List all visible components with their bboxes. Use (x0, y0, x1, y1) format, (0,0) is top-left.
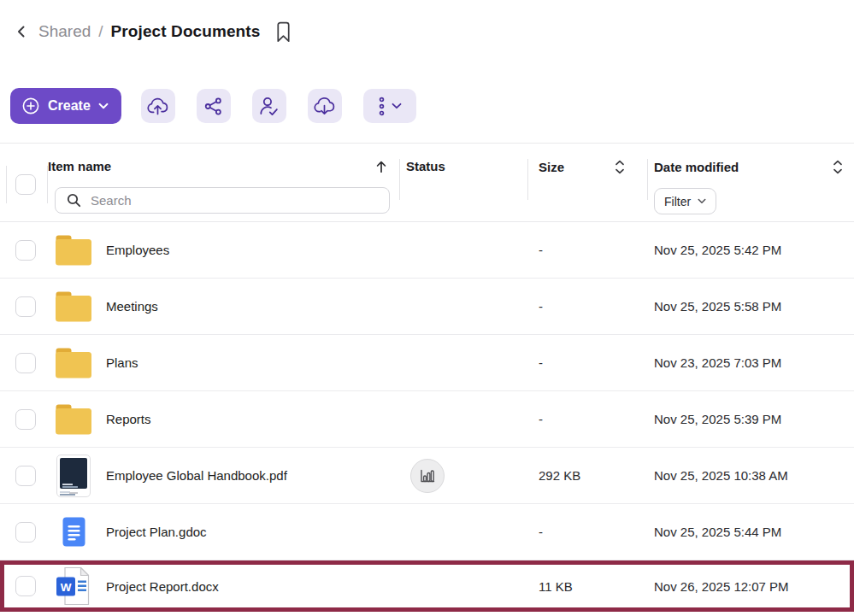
row-checkbox[interactable] (15, 522, 36, 543)
bar-chart-icon (419, 467, 436, 484)
breadcrumb-parent[interactable]: Shared (38, 22, 91, 41)
select-all-checkbox[interactable] (15, 174, 36, 195)
sort-chevrons-icon[interactable] (615, 159, 625, 175)
item-size: - (527, 243, 647, 257)
table-header: Item name Status Size Date modified (0, 143, 854, 222)
chevron-down-icon (98, 103, 109, 109)
item-size: - (527, 299, 647, 314)
item-size: 292 KB (527, 468, 647, 483)
create-button-label: Create (48, 98, 91, 114)
column-header-date-modified[interactable]: Date modified (654, 160, 739, 174)
table-row[interactable]: W Project Report.docx 11 KB Nov 26, 2025… (0, 560, 854, 612)
share-button[interactable] (197, 89, 231, 123)
sort-chevrons-icon[interactable] (833, 159, 843, 175)
item-size: - (527, 525, 647, 539)
header-divider (6, 166, 7, 203)
column-header-status[interactable]: Status (406, 159, 445, 173)
user-check-icon (258, 96, 280, 117)
toolbar: Create (0, 88, 854, 124)
breadcrumb-separator: / (98, 22, 103, 41)
item-date: Nov 25, 2025 5:42 PM (647, 243, 854, 257)
gdoc-icon (55, 517, 92, 547)
plus-circle-icon (21, 97, 40, 115)
svg-text:W: W (61, 581, 72, 594)
folder-icon (55, 291, 92, 322)
header-divider (47, 166, 48, 203)
item-date: Nov 25, 2025 5:44 PM (647, 525, 854, 539)
upload-button[interactable] (141, 89, 175, 123)
item-date: Nov 23, 2025 7:03 PM (647, 355, 854, 370)
item-date: Nov 25, 2025 5:39 PM (647, 412, 854, 426)
table-row[interactable]: Employee Global Handbook.pdf 292 KB Nov … (0, 448, 854, 504)
download-button[interactable] (308, 89, 342, 123)
vertical-dots-icon (378, 97, 386, 116)
chevron-down-icon (392, 103, 402, 109)
search-box (55, 187, 390, 214)
item-name[interactable]: Meetings (106, 299, 158, 314)
item-name[interactable]: Employee Global Handbook.pdf (106, 468, 287, 483)
sort-ascending-icon[interactable] (375, 160, 387, 173)
folder-icon (55, 348, 92, 378)
word-doc-icon: W (55, 566, 92, 606)
header-divider (647, 159, 648, 200)
search-input[interactable] (91, 193, 380, 208)
back-button[interactable] (12, 21, 31, 42)
folder-icon (55, 235, 92, 266)
bookmark-icon (274, 21, 292, 43)
bookmark-button[interactable] (274, 21, 292, 43)
breadcrumb: Shared / Project Documents (0, 0, 854, 44)
item-date: Nov 25, 2025 10:38 AM (647, 468, 854, 483)
filter-button-label: Filter (664, 195, 691, 208)
table-row[interactable]: Plans - Nov 23, 2025 7:03 PM (0, 335, 854, 391)
row-checkbox[interactable] (15, 240, 36, 261)
breadcrumb-current: Project Documents (111, 22, 261, 41)
create-button[interactable]: Create (10, 88, 121, 124)
item-date: Nov 26, 2025 12:07 PM (647, 579, 854, 594)
header-divider (399, 159, 400, 200)
manage-access-button[interactable] (252, 89, 286, 123)
item-name[interactable]: Plans (106, 355, 138, 370)
item-name[interactable]: Project Report.docx (106, 579, 219, 594)
column-header-size[interactable]: Size (539, 160, 564, 174)
item-name[interactable]: Employees (106, 243, 169, 257)
row-checkbox[interactable] (15, 466, 36, 486)
table-row[interactable]: Employees - Nov 25, 2025 5:42 PM (0, 222, 854, 279)
table-row[interactable]: Project Plan.gdoc - Nov 25, 2025 5:44 PM (0, 504, 854, 560)
chevron-left-icon (14, 24, 29, 39)
status-chart-badge[interactable] (410, 459, 445, 493)
file-table: Item name Status Size Date modified (0, 143, 854, 612)
table-row[interactable]: Reports - Nov 25, 2025 5:39 PM (0, 391, 854, 448)
pdf-thumbnail-icon (55, 455, 92, 497)
cloud-upload-icon (146, 96, 169, 117)
table-row[interactable]: Meetings - Nov 25, 2025 5:58 PM (0, 279, 854, 335)
item-size: - (527, 355, 647, 370)
row-checkbox[interactable] (15, 353, 36, 373)
table-body: Employees - Nov 25, 2025 5:42 PM Meeting… (0, 222, 854, 612)
item-size: 11 KB (527, 579, 647, 594)
header-divider (527, 159, 528, 200)
search-icon (67, 193, 81, 208)
item-name[interactable]: Project Plan.gdoc (106, 525, 207, 539)
item-name[interactable]: Reports (106, 412, 151, 426)
column-header-item-name[interactable]: Item name (48, 159, 111, 173)
item-size: - (527, 412, 647, 426)
row-checkbox[interactable] (15, 296, 36, 317)
filter-button[interactable]: Filter (654, 188, 716, 214)
chevron-down-icon (698, 198, 706, 204)
share-nodes-icon (203, 97, 223, 116)
row-checkbox[interactable] (15, 576, 36, 596)
cloud-download-icon (313, 96, 336, 117)
row-checkbox[interactable] (15, 409, 36, 430)
item-date: Nov 25, 2025 5:58 PM (647, 299, 854, 314)
folder-icon (55, 404, 92, 435)
more-options-button[interactable] (363, 89, 416, 123)
